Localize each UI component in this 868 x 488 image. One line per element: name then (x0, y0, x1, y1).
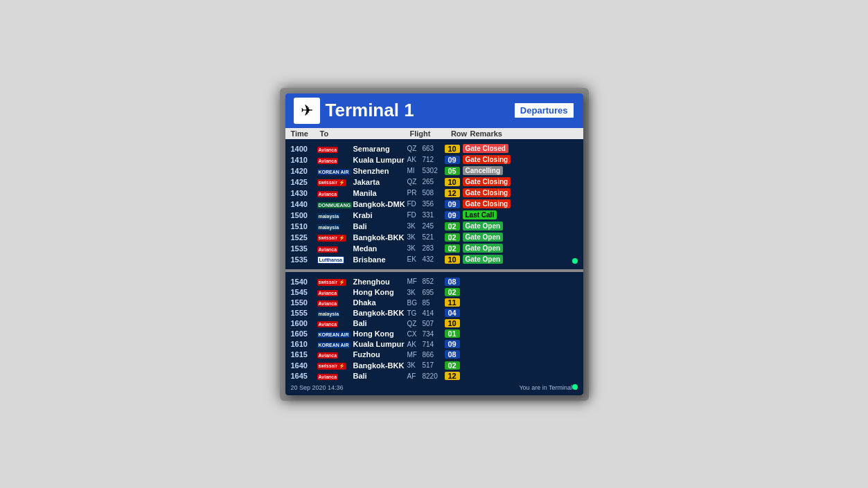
flight-airline: malaysia (317, 222, 352, 231)
airline-badge: swissair ⚡ (317, 363, 347, 370)
flight-gate: 11 (445, 298, 460, 307)
flight-dest: Jakarta (353, 178, 407, 186)
footer-location: You are in Terminal 1 (519, 384, 577, 391)
flight-gate: 10 (445, 319, 460, 327)
flight-dest: Kuala Lumpur (353, 340, 407, 348)
flight-status: Gate Closed (463, 144, 508, 153)
flight-gate: 01 (445, 329, 460, 338)
flight-gate: 09 (445, 211, 460, 219)
flight-time: 1615 (291, 350, 317, 359)
flight-time: 1535 (291, 244, 317, 253)
table-row: 1525 swissair ⚡ Bangkok-BKK 3K 521 02 Ga… (291, 232, 578, 243)
flight-gate: 12 (445, 372, 460, 380)
table-row: 1545 Avianca Hong Kong 3K 695 02 (291, 287, 578, 298)
airline-badge: malaysia (317, 224, 341, 231)
flight-time: 1420 (291, 167, 317, 175)
flight-airline: DONMUEANG (317, 200, 352, 208)
airline-badge: Avianca (317, 158, 339, 164)
screen-top: 1400 Avianca Semarang QZ 663 10 Gate Clo… (285, 139, 583, 272)
flight-num: 663 (423, 145, 445, 152)
led-indicator (572, 384, 578, 390)
flight-code: 3K (407, 244, 423, 252)
flight-dest: Hong Kong (353, 329, 407, 338)
table-row: 1540 swissair ⚡ Zhenghou MF 852 08 (291, 276, 578, 287)
flight-dest: Shenzhen (353, 167, 407, 175)
flight-airline: Avianca (317, 156, 352, 164)
airline-badge: Avianca (317, 246, 339, 253)
flight-dest: Manila (353, 189, 407, 197)
table-row: 1535 Avianca Medan 3K 283 02 Gate Open (291, 243, 578, 254)
flight-airline: swissair ⚡ (317, 277, 352, 286)
col-time-header: Time (291, 129, 320, 138)
flight-gate: 02 (445, 244, 460, 253)
flight-dest: Bali (353, 319, 407, 327)
departures-badge: Departures (513, 102, 575, 119)
flight-dest: Fuzhou (353, 350, 407, 359)
flight-status: Gate Open (463, 233, 504, 242)
flight-num: 734 (423, 330, 445, 338)
flight-gate: 12 (445, 189, 460, 197)
flight-num: 507 (423, 320, 445, 327)
flight-code: EK (407, 255, 423, 263)
airline-badge: KOREAN AIR (317, 342, 351, 348)
flight-num: 432 (423, 255, 445, 263)
flight-status: Gate Closing (463, 155, 511, 164)
flight-gate: 02 (445, 233, 460, 242)
flight-gate: 05 (445, 167, 460, 175)
flight-time: 1555 (291, 309, 317, 317)
table-row: 1600 Avianca Bali QZ 507 10 (291, 318, 578, 329)
table-row: 1640 swissair ⚡ Bangkok-BKK 3K 517 02 (291, 360, 578, 371)
flight-airline: Avianca (317, 189, 352, 197)
flight-gate: 02 (445, 361, 460, 370)
plane-icon: ✈ (294, 98, 320, 124)
flight-gate: 02 (445, 288, 460, 296)
flight-dest: Semarang (353, 145, 407, 153)
flight-gate: 08 (445, 350, 460, 359)
airline-badge: Avianca (317, 147, 339, 153)
flight-gate: 10 (445, 255, 460, 264)
flight-airline: swissair ⚡ (317, 177, 352, 186)
col-row-header: Row (448, 129, 470, 138)
flight-num: 283 (423, 244, 445, 252)
board-header: ✈ Terminal 1 Departures (285, 93, 583, 128)
flight-num: 356 (423, 200, 445, 208)
flight-code: MF (407, 278, 423, 285)
airline-badge: Lufthansa (317, 256, 344, 264)
flight-time: 1610 (291, 340, 317, 348)
airline-badge: Avianca (317, 300, 339, 307)
flight-status: Gate Open (463, 222, 504, 231)
table-row: 1555 malaysia Bangkok-BKK TG 414 04 (291, 308, 578, 318)
flight-dest: Brisbane (353, 255, 407, 264)
flight-code: QZ (407, 145, 423, 152)
airline-badge: Avianca (317, 321, 339, 327)
flight-code: AK (407, 341, 423, 348)
flight-airline: Avianca (317, 298, 352, 307)
flight-code: CX (407, 330, 423, 338)
screen-footer: 20 Sep 2020 14:36 You are in Terminal 1 (291, 384, 578, 391)
flight-status: Gate Open (463, 244, 504, 253)
flight-dest: Bali (353, 222, 407, 231)
flight-status: Gate Closing (463, 188, 511, 197)
airline-badge: Avianca (317, 352, 339, 359)
flight-airline: malaysia (317, 211, 352, 219)
flight-status: Gate Open (463, 255, 504, 264)
footer-datetime: 20 Sep 2020 14:36 (291, 384, 344, 391)
flight-airline: swissair ⚡ (317, 361, 352, 370)
airline-badge: Avianca (317, 374, 339, 380)
flight-gate: 09 (445, 156, 460, 164)
flight-code: MI (407, 167, 423, 174)
flight-code: TG (407, 309, 423, 317)
airline-badge: swissair ⚡ (317, 279, 347, 286)
flight-gate: 10 (445, 178, 460, 186)
flight-code: 3K (407, 233, 423, 241)
table-row: 1500 malaysia Krabi FD 331 09 Last Call (291, 210, 578, 221)
flight-time: 1500 (291, 211, 317, 219)
flight-dest: Bangkok-BKK (353, 233, 407, 242)
flight-airline: KOREAN AIR (317, 340, 352, 348)
flight-status: Gate Closing (463, 177, 511, 186)
airline-badge: KOREAN AIR (317, 169, 351, 175)
flight-airline: Avianca (317, 145, 352, 153)
table-row: 1615 Avianca Fuzhou MF 866 08 (291, 350, 578, 360)
flight-airline: malaysia (317, 309, 352, 317)
flight-time: 1550 (291, 298, 317, 307)
